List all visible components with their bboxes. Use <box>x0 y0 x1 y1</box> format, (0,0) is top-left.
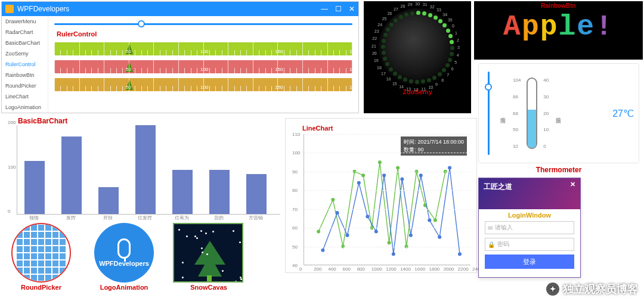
ruler-bar-green[interactable]: 50100150190 <box>54 42 352 55</box>
svg-point-16 <box>346 234 349 237</box>
svg-point-15 <box>336 211 339 215</box>
svg-point-18 <box>366 215 369 218</box>
window-title: WPFDevelopers <box>17 5 69 13</box>
maximize-button[interactable]: ☐ <box>335 5 342 13</box>
ruler-main: RulerControl 50100150190 50100150190 501… <box>48 16 358 113</box>
login-header[interactable]: 工匠之道 ✕ <box>479 178 580 209</box>
dial-knob[interactable]: 2021222324252627282930313233343501234567… <box>379 8 456 86</box>
line-chart: LineChart 时间: 2021/7/14 18:00:00 数量: 90 … <box>285 118 477 273</box>
bar-0[interactable] <box>24 161 45 214</box>
password-input[interactable]: 🔒密码 <box>485 238 574 251</box>
microscope-icon <box>117 238 131 259</box>
bar-1[interactable] <box>61 136 82 214</box>
snow-canvas <box>173 223 243 283</box>
thermo-tube <box>527 77 537 149</box>
thermo-label: Thermometer <box>478 166 639 174</box>
bar-5[interactable] <box>209 170 230 215</box>
ruler-bar-gold[interactable]: 50100150190 <box>54 78 352 91</box>
vertical-slider[interactable] <box>484 72 493 155</box>
ruler-control-window: WPFDevelopers — ☐ ✕ DrawerMenuRadarChart… <box>1 1 359 113</box>
svg-point-14 <box>321 249 324 252</box>
login-close-icon[interactable]: ✕ <box>570 181 575 188</box>
ruler-label: RulerControl <box>57 30 352 38</box>
svg-point-21 <box>392 252 395 256</box>
login-header-text: 工匠之道 <box>484 182 512 191</box>
svg-point-1 <box>331 198 335 201</box>
watermark-text: 独立观察员博客 <box>563 282 638 296</box>
sidebar-item-linechart[interactable]: LineChart <box>2 91 48 102</box>
app-icon <box>5 5 14 13</box>
bar-4[interactable] <box>172 170 193 215</box>
svg-point-6 <box>378 160 382 164</box>
username-input[interactable]: ✉请输入 <box>485 221 574 234</box>
svg-point-8 <box>396 166 400 170</box>
bar-chart-title: BasicBarChart <box>18 117 280 125</box>
rainbow-text[interactable]: Apple! <box>474 13 643 41</box>
watermark: ✦ 独立观察员博客 <box>546 282 638 296</box>
rainbow-label: RainbowBtn <box>474 2 643 9</box>
svg-point-22 <box>400 177 404 181</box>
login-window: 工匠之道 ✕ LoginWindow ✉请输入 🔒密码 登录 <box>478 178 581 278</box>
svg-point-19 <box>374 229 378 233</box>
logo-animation-thumb[interactable]: WPFDevelopers LogoAnimation <box>82 223 166 291</box>
sidebar-item-drawermenu[interactable]: DrawerMenu <box>2 16 48 27</box>
svg-point-24 <box>419 173 423 177</box>
svg-point-20 <box>382 173 386 177</box>
round-picker-label: RoundPicker <box>8 284 74 291</box>
login-title: LoginWindow <box>485 212 574 219</box>
round-picker-thumb[interactable]: RoundPicker <box>8 223 74 291</box>
sidebar-item-logoanimation[interactable]: LogoAnimation <box>2 102 48 113</box>
mail-icon: ✉ <box>488 225 493 231</box>
svg-point-17 <box>357 181 361 185</box>
svg-point-0 <box>317 229 320 233</box>
logo-circle: WPFDevelopers <box>94 223 154 283</box>
svg-point-23 <box>409 234 413 237</box>
thermometer-panel: 华氏温度 10486685032 403020100 摄氏温度 27℃ <box>478 63 639 163</box>
lock-icon: 🔒 <box>488 241 495 248</box>
ruler-bar-red[interactable]: 50100150190 <box>54 60 352 73</box>
thermo-scale-left: 10486685032 <box>513 77 521 149</box>
bar-6[interactable] <box>246 174 267 214</box>
sidebar-item-roundpicker[interactable]: RoundPicker <box>2 80 48 91</box>
round-picker-grid[interactable] <box>11 223 71 283</box>
svg-point-26 <box>438 235 441 239</box>
thermo-scale-right: 403020100 <box>543 77 549 149</box>
sidebar-list: DrawerMenuRadarChartBasicBarChartZooSemy… <box>2 16 48 113</box>
svg-point-7 <box>388 241 391 244</box>
logo-animation-label: LogoAnimation <box>82 284 166 291</box>
svg-point-12 <box>434 219 437 222</box>
sidebar-item-basicbarchart[interactable]: BasicBarChart <box>2 38 48 48</box>
bar-3[interactable] <box>135 125 156 214</box>
sidebar-item-zoosemy[interactable]: ZooSemy <box>2 48 48 59</box>
close-button[interactable]: ✕ <box>349 5 355 13</box>
svg-point-25 <box>428 219 431 222</box>
line-chart-title: LineChart <box>302 125 473 132</box>
zoosemy-panel: 2021222324252627282930313233343501234567… <box>364 1 471 113</box>
window-titlebar[interactable]: WPFDevelopers — ☐ ✕ <box>2 2 358 16</box>
sidebar-item-radarchart[interactable]: RadarChart <box>2 27 48 38</box>
sidebar-item-rainbowbtn[interactable]: RainbowBtn <box>2 70 48 80</box>
snow-canvas-label: SnowCavas <box>173 284 244 291</box>
sidebar-item-rulercontrol[interactable]: RulerControl <box>2 59 48 70</box>
wechat-icon: ✦ <box>546 283 559 296</box>
svg-point-28 <box>458 252 462 256</box>
thermo-temp: 27℃ <box>612 108 634 119</box>
snow-canvas-thumb[interactable]: SnowCavas <box>173 223 244 291</box>
svg-point-27 <box>448 166 451 170</box>
bar-2[interactable] <box>98 187 119 214</box>
basic-bar-chart: BasicBarChart 0100200领悟发挥开挂位发挥位有为营的方营销 <box>6 117 280 218</box>
minimize-button[interactable]: — <box>321 5 328 13</box>
login-button[interactable]: 登录 <box>485 255 574 269</box>
horizontal-slider[interactable] <box>54 20 352 28</box>
rainbowbtn-panel: RainbowBtn Apple! <box>474 1 643 60</box>
svg-point-4 <box>361 173 365 177</box>
